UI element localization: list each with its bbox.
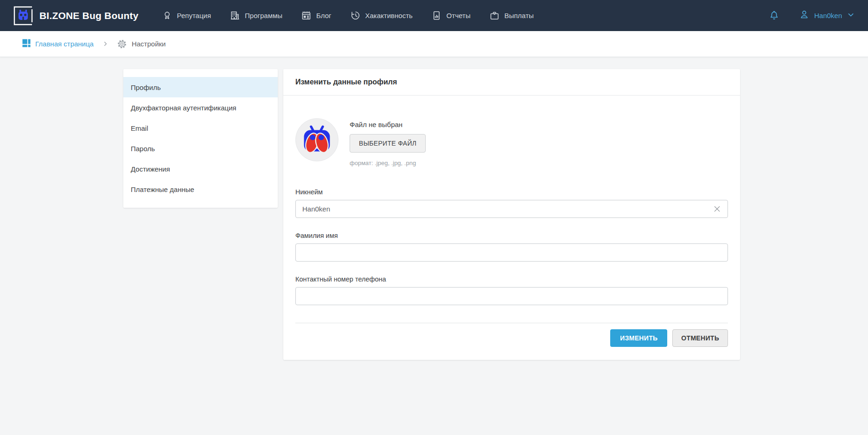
main-menu: Репутация Программы	[162, 10, 552, 21]
nav-right-group: Han0ken	[768, 9, 855, 22]
upload-controls: Файл не выбран ВЫБЕРИТЕ ФАЙЛ формат: .jp…	[350, 118, 426, 166]
settings-sidebar: Профиль Двухфакторная аутентификация Ema…	[123, 69, 278, 208]
breadcrumb-home-link[interactable]: Главная страница	[22, 39, 94, 49]
dashboard-icon	[22, 39, 31, 49]
breadcrumb-current-label: Настройки	[132, 40, 166, 48]
breadcrumb: Главная страница Настройки	[0, 31, 868, 57]
fullname-label: Фамилия имя	[295, 232, 728, 239]
breadcrumb-current: Настройки	[117, 39, 166, 49]
briefcase-icon	[489, 10, 500, 21]
nav-item-reputation[interactable]: Репутация	[162, 10, 211, 21]
nav-item-label: Отчеты	[447, 12, 471, 19]
nickname-label: Никнейм	[295, 188, 728, 196]
sidebar-item-label: Платежные данные	[131, 186, 194, 193]
sidebar-item-achievements[interactable]: Достижения	[123, 159, 278, 179]
sidebar-item-label: Двухфакторная аутентификация	[131, 104, 236, 112]
history-icon	[350, 10, 361, 21]
chevron-down-icon	[846, 10, 855, 21]
form-divider	[295, 323, 728, 323]
sidebar-item-profile[interactable]: Профиль	[123, 77, 278, 97]
card-body: Файл не выбран ВЫБЕРИТЕ ФАЙЛ формат: .jp…	[283, 96, 740, 360]
nav-item-blog[interactable]: Блог	[301, 10, 331, 21]
avatar-upload-section: Файл не выбран ВЫБЕРИТЕ ФАЙЛ формат: .jp…	[295, 118, 728, 166]
nav-item-programs[interactable]: Программы	[230, 10, 282, 21]
sidebar-item-two-factor[interactable]: Двухфакторная аутентификация	[123, 97, 278, 118]
nickname-input[interactable]	[295, 200, 728, 218]
report-icon	[431, 10, 442, 21]
notifications-bell-icon[interactable]	[768, 10, 780, 21]
fullname-field-group: Фамилия имя	[295, 232, 728, 262]
nav-item-label: Выплаты	[504, 12, 534, 19]
clear-nickname-icon[interactable]	[712, 205, 721, 214]
brand-title: BI.ZONE Bug Bounty	[39, 10, 139, 21]
nav-item-payouts[interactable]: Выплаты	[489, 10, 534, 21]
sidebar-item-payment-data[interactable]: Платежные данные	[123, 179, 278, 199]
card-title: Изменить данные профиля	[295, 78, 397, 86]
building-icon	[230, 10, 240, 21]
user-menu[interactable]: Han0ken	[798, 9, 855, 22]
sidebar-item-label: Достижения	[131, 165, 170, 173]
sidebar-item-label: Пароль	[131, 145, 155, 153]
nav-item-hacktivity[interactable]: Хакактивность	[350, 10, 413, 21]
nav-item-label: Блог	[316, 12, 331, 19]
nav-item-label: Программы	[245, 12, 282, 19]
nav-item-label: Хакактивность	[365, 12, 413, 19]
phone-label: Контактный номер телефона	[295, 275, 728, 283]
sidebar-item-email[interactable]: Email	[123, 118, 278, 138]
nickname-field-group: Никнейм	[295, 188, 728, 218]
cancel-button[interactable]: ОТМЕНИТЬ	[672, 329, 728, 347]
content-area: Профиль Двухфакторная аутентификация Ema…	[123, 57, 868, 360]
avatar	[295, 118, 338, 161]
submit-button[interactable]: ИЗМЕНИТЬ	[610, 329, 667, 347]
sidebar-item-password[interactable]: Пароль	[123, 138, 278, 159]
profile-settings-card: Изменить данные профиля	[283, 69, 740, 360]
choose-file-button[interactable]: ВЫБЕРИТЕ ФАЙЛ	[350, 134, 426, 153]
sidebar-item-label: Профиль	[131, 83, 161, 91]
phone-input[interactable]	[295, 287, 728, 305]
breadcrumb-home-label: Главная страница	[35, 40, 94, 48]
nav-item-reports[interactable]: Отчеты	[431, 10, 471, 21]
breadcrumb-separator-icon	[102, 40, 109, 47]
user-icon	[798, 9, 810, 22]
news-icon	[301, 10, 312, 21]
card-header: Изменить данные профиля	[283, 69, 740, 96]
file-status-text: Файл не выбран	[350, 121, 426, 128]
top-navbar: BI.ZONE Bug Bounty Репутация	[0, 0, 868, 31]
medal-icon	[162, 10, 172, 21]
file-format-hint: формат: .jpeg, .jpg, .png	[350, 160, 426, 166]
phone-field-group: Контактный номер телефона	[295, 275, 728, 305]
fullname-input[interactable]	[295, 243, 728, 262]
sidebar-item-label: Email	[131, 124, 148, 132]
user-name: Han0ken	[814, 12, 842, 19]
gear-icon	[117, 39, 127, 49]
form-actions: ИЗМЕНИТЬ ОТМЕНИТЬ	[295, 329, 728, 347]
bizone-logo-icon[interactable]	[13, 6, 33, 26]
nav-item-label: Репутация	[177, 12, 211, 19]
